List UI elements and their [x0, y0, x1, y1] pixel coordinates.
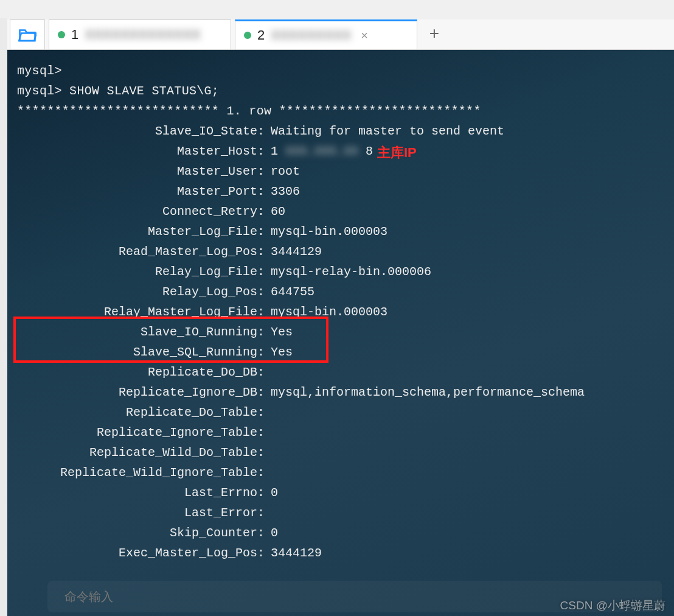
status-value: 0: [267, 523, 664, 543]
status-value: 644755: [267, 282, 664, 302]
status-row: Master_Log_File:mysql-bin.000003: [17, 222, 664, 242]
tab-1[interactable]: 1 XXXXXXXXXXXXX: [49, 19, 231, 49]
status-row: Read_Master_Log_Pos:3444129: [17, 242, 664, 262]
colon: :: [257, 322, 267, 342]
status-value: [267, 402, 664, 422]
status-key: Slave_IO_Running: [17, 322, 257, 342]
status-row: Replicate_Wild_Do_Table:: [17, 443, 664, 463]
status-key: Master_Log_File: [17, 222, 257, 242]
status-row: Last_Error:: [17, 503, 664, 523]
status-key: Connect_Retry: [17, 201, 257, 222]
status-key: Slave_SQL_Running: [17, 342, 257, 362]
colon: :: [257, 222, 267, 242]
colon: :: [257, 362, 267, 382]
colon: :: [257, 161, 267, 181]
status-dot-icon: [244, 32, 251, 39]
colon: :: [257, 443, 267, 463]
folder-open-icon: [18, 27, 36, 43]
command-input-bar[interactable]: [47, 581, 662, 612]
colon: :: [257, 242, 267, 262]
status-value: mysql-bin.000003: [267, 302, 664, 322]
status-row: Exec_Master_Log_Pos:3444129: [17, 543, 664, 563]
status-key: Slave_IO_State: [17, 121, 257, 141]
status-row: Replicate_Ignore_DB:mysql,information_sc…: [17, 382, 664, 402]
status-dot-icon: [58, 31, 65, 38]
tab-bar: 1 XXXXXXXXXXXXX 2 XXXXXXXXX × +: [7, 19, 674, 50]
colon: :: [257, 262, 267, 282]
status-row: Slave_IO_State:Waiting for master to sen…: [17, 121, 664, 141]
status-value: 3306: [267, 181, 664, 201]
status-row: Last_Errno:0: [17, 483, 664, 503]
status-value: mysql,information_schema,performance_sch…: [267, 382, 664, 402]
colon: :: [257, 483, 267, 503]
status-key: Exec_Master_Log_Pos: [17, 543, 257, 563]
status-value: 60: [267, 201, 664, 222]
status-key: Master_User: [17, 161, 257, 181]
status-rows: Slave_IO_State:Waiting for master to sen…: [17, 121, 664, 563]
open-folder-button[interactable]: [10, 19, 45, 49]
command-input[interactable]: [64, 590, 645, 604]
status-value: 0: [267, 483, 664, 503]
status-row: Replicate_Do_DB:: [17, 362, 664, 382]
status-row: Slave_SQL_Running:Yes: [17, 342, 664, 362]
colon: :: [257, 282, 267, 302]
status-row: Replicate_Ignore_Table:: [17, 422, 664, 443]
status-row: Relay_Master_Log_File:mysql-bin.000003: [17, 302, 664, 322]
status-row: Relay_Log_Pos:644755: [17, 282, 664, 302]
status-row: Replicate_Wild_Ignore_Table:: [17, 463, 664, 483]
status-value: Yes: [267, 322, 664, 342]
tab-2-label-blurred: XXXXXXXXX: [271, 27, 351, 43]
status-value: [267, 443, 664, 463]
plus-icon: +: [429, 25, 440, 44]
status-key: Last_Errno: [17, 483, 257, 503]
status-key: Master_Host: [17, 141, 257, 161]
status-key: Read_Master_Log_Pos: [17, 242, 257, 262]
tab-2-number: 2: [257, 27, 265, 43]
colon: :: [257, 342, 267, 362]
status-key: Master_Port: [17, 181, 257, 201]
left-margin-strip: [0, 18, 7, 616]
new-tab-button[interactable]: +: [421, 19, 448, 49]
colon: :: [257, 121, 267, 141]
status-value: Yes: [267, 342, 664, 362]
terminal-pane[interactable]: mysql> mysql> SHOW SLAVE STATUS\G; *****…: [7, 50, 674, 616]
tab-1-label-blurred: XXXXXXXXXXXXX: [85, 27, 201, 43]
app-window: 1 XXXXXXXXXXXXX 2 XXXXXXXXX × + mysql> m…: [7, 19, 674, 616]
colon: :: [257, 503, 267, 523]
colon: :: [257, 463, 267, 483]
status-value: 3444129: [267, 543, 664, 563]
colon: :: [257, 201, 267, 222]
colon: :: [257, 402, 267, 422]
status-value: 1 XXX.XXX.XX 8: [267, 141, 664, 161]
status-row: Relay_Log_File:mysql-relay-bin.000006: [17, 262, 664, 282]
colon: :: [257, 523, 267, 543]
row-header-line: *************************** 1. row *****…: [17, 101, 664, 121]
status-value: mysql-relay-bin.000006: [267, 262, 664, 282]
status-key: Relay_Master_Log_File: [17, 302, 257, 322]
status-row: Connect_Retry:60: [17, 201, 664, 222]
tab-2[interactable]: 2 XXXXXXXXX ×: [235, 19, 417, 49]
close-tab-icon[interactable]: ×: [361, 29, 368, 43]
status-row: Master_User:root: [17, 161, 664, 181]
status-row: Replicate_Do_Table:: [17, 402, 664, 422]
status-key: Last_Error: [17, 503, 257, 523]
status-row: Master_Host:1 XXX.XXX.XX 8: [17, 141, 664, 161]
status-value: [267, 503, 664, 523]
status-key: Skip_Counter: [17, 523, 257, 543]
status-value: [267, 362, 664, 382]
tab-1-number: 1: [71, 27, 78, 43]
status-key: Replicate_Do_DB: [17, 362, 257, 382]
status-key: Replicate_Ignore_DB: [17, 382, 257, 402]
status-value: [267, 422, 664, 443]
status-key: Relay_Log_File: [17, 262, 257, 282]
status-value: 3444129: [267, 242, 664, 262]
colon: :: [257, 302, 267, 322]
status-key: Replicate_Wild_Ignore_Table: [17, 463, 257, 483]
colon: :: [257, 181, 267, 201]
status-row: Slave_IO_Running:Yes: [17, 322, 664, 342]
status-value: [267, 463, 664, 483]
status-value: Waiting for master to send event: [267, 121, 664, 141]
status-key: Replicate_Wild_Do_Table: [17, 443, 257, 463]
status-key: Relay_Log_Pos: [17, 282, 257, 302]
status-row: Master_Port:3306: [17, 181, 664, 201]
